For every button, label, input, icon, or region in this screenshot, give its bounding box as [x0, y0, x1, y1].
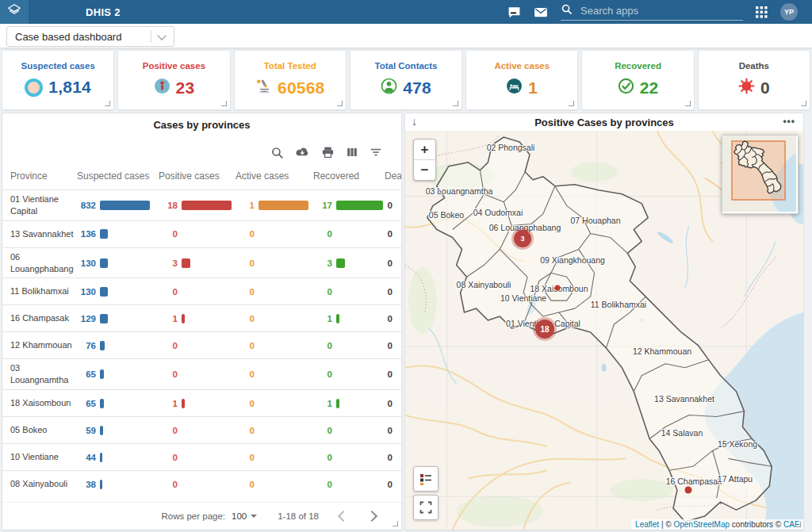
- leaflet-map[interactable]: 02 Phongsali03 Louangnamtha05 Bokeo04 Ou…: [405, 131, 803, 530]
- rows-per-page-select[interactable]: 100: [232, 511, 257, 521]
- search-apps-input[interactable]: [579, 4, 741, 17]
- search-icon[interactable]: [270, 146, 284, 159]
- value: 0: [234, 399, 255, 408]
- map-cluster-marker[interactable]: 3: [514, 230, 531, 247]
- map-province-label: 02 Phongsali: [487, 143, 535, 152]
- card-value: 1,814: [48, 78, 91, 97]
- resize-handle[interactable]: [337, 101, 343, 106]
- card-total-tested: Total Tested 60568: [234, 50, 347, 110]
- map-attribution: Leaflet | © OpenStreetMap contributors ©…: [631, 519, 803, 530]
- next-page-button[interactable]: [366, 511, 377, 522]
- value: 1: [234, 201, 255, 210]
- messages-icon[interactable]: [508, 6, 521, 19]
- fullscreen-button[interactable]: [413, 495, 439, 520]
- resize-handle[interactable]: [569, 101, 574, 106]
- map-province-label: 14 Salavan: [661, 428, 703, 438]
- card-value: 0: [760, 78, 770, 98]
- column-header-positive[interactable]: Positive cases: [157, 170, 234, 182]
- app-search: [561, 3, 743, 21]
- check-circle-icon: [618, 78, 634, 98]
- openstreetmap-link[interactable]: OpenStreetMap: [673, 520, 730, 529]
- resize-handle[interactable]: [105, 101, 110, 106]
- mail-icon[interactable]: [534, 6, 548, 18]
- recovered-bar: [336, 314, 339, 323]
- table-body: 01 Vientiane Capital83218117013 Savannak…: [2, 189, 401, 497]
- card-title: Deaths: [699, 61, 810, 71]
- zoom-out-button[interactable]: −: [414, 160, 435, 180]
- search-icon: [561, 3, 573, 18]
- suspected-cell: 59: [75, 426, 157, 435]
- card-value: 22: [640, 78, 659, 98]
- apps-grid-icon[interactable]: [756, 6, 768, 18]
- card-value: 23: [176, 78, 195, 98]
- dhis2-dashboard: DHIS 2 YP Case based dashboard: [0, 0, 812, 532]
- more-options-icon[interactable]: •••: [783, 116, 795, 127]
- card-total-contacts: Total Contacts 478: [350, 50, 462, 110]
- value: 136: [75, 229, 96, 239]
- deaths-cell: 0: [383, 287, 401, 297]
- deaths-cell: 0: [383, 399, 401, 408]
- recovered-cell: 0: [312, 287, 383, 297]
- resize-handle[interactable]: [685, 101, 691, 106]
- card-value: 1: [528, 78, 538, 98]
- cloud-download-icon[interactable]: [295, 147, 310, 159]
- deaths-cell: 0: [383, 229, 401, 239]
- zoom-control: + −: [413, 139, 436, 181]
- table-row: 01 Vientiane Capital832181170: [2, 189, 401, 220]
- column-header-recovered[interactable]: Recovered: [312, 170, 383, 182]
- user-avatar[interactable]: YP: [780, 3, 798, 21]
- minimap[interactable]: [722, 135, 799, 214]
- legend-button[interactable]: [413, 466, 439, 492]
- value: 38: [75, 480, 96, 489]
- filter-list-icon[interactable]: [370, 146, 382, 159]
- map-point-marker[interactable]: [685, 487, 692, 494]
- zoom-in-button[interactable]: +: [414, 140, 435, 160]
- card-title: Positive cases: [118, 61, 229, 71]
- card-title: Total Contacts: [350, 61, 462, 71]
- dashboard-selector[interactable]: Case based dashboard: [6, 26, 174, 47]
- resize-handle[interactable]: [801, 101, 806, 106]
- value: 0: [312, 453, 332, 462]
- resize-handle[interactable]: [453, 101, 458, 106]
- card-title: Recovered: [582, 61, 693, 71]
- value: 0: [312, 369, 332, 379]
- positive-cases-map-panel: ↓ Positive Cases by provinces •••: [404, 113, 804, 530]
- previous-page-button[interactable]: [338, 511, 349, 522]
- value: 0: [312, 341, 332, 350]
- recovered-cell: 3: [312, 258, 383, 268]
- map-cluster-marker[interactable]: 18: [535, 320, 554, 339]
- value: 0: [234, 341, 255, 350]
- patient-bed-icon: [506, 78, 523, 98]
- province-cell: 10 Vientiane: [2, 448, 75, 466]
- resize-handle[interactable]: [393, 521, 398, 526]
- dhis2-logo[interactable]: [0, 0, 29, 24]
- map-point-marker[interactable]: [555, 285, 561, 291]
- table-row: 16 Champasak1291010: [2, 304, 401, 331]
- table-toolbar: [2, 131, 401, 161]
- suspected-cell: 65: [75, 399, 157, 408]
- view-columns-icon[interactable]: [346, 146, 358, 159]
- table-row: 13 Savannakhet1360000: [2, 220, 401, 247]
- recovered-cell: 0: [312, 453, 383, 462]
- positive-bar: [182, 201, 232, 210]
- column-header-suspected[interactable]: Suspected cases: [75, 170, 157, 182]
- column-header-active[interactable]: Active cases: [234, 170, 312, 182]
- pagination-range: 1-18 of 18: [278, 511, 319, 521]
- value: 0: [312, 287, 332, 297]
- resize-handle[interactable]: [795, 522, 801, 527]
- stat-cards-row: Suspected cases 1,814 Positive cases 23 …: [0, 48, 812, 113]
- active-cell: 0: [234, 399, 312, 408]
- print-icon[interactable]: [321, 146, 335, 159]
- suspected-bar: [100, 314, 108, 323]
- value: 59: [75, 426, 96, 435]
- cases-table-panel: Cases by provinces Provi: [2, 113, 402, 530]
- map-province-label: 04 Oudomxai: [473, 208, 523, 217]
- chevron-down-icon: [157, 31, 166, 40]
- suspected-ring-icon: [25, 78, 43, 97]
- resize-handle[interactable]: [221, 101, 227, 106]
- column-header-province[interactable]: Province: [2, 170, 75, 182]
- leaflet-link[interactable]: Leaflet: [635, 520, 659, 529]
- column-header-deaths[interactable]: Deaths: [383, 170, 401, 182]
- suspected-cell: 65: [75, 369, 157, 379]
- province-cell: 12 Khammouan: [2, 336, 75, 354]
